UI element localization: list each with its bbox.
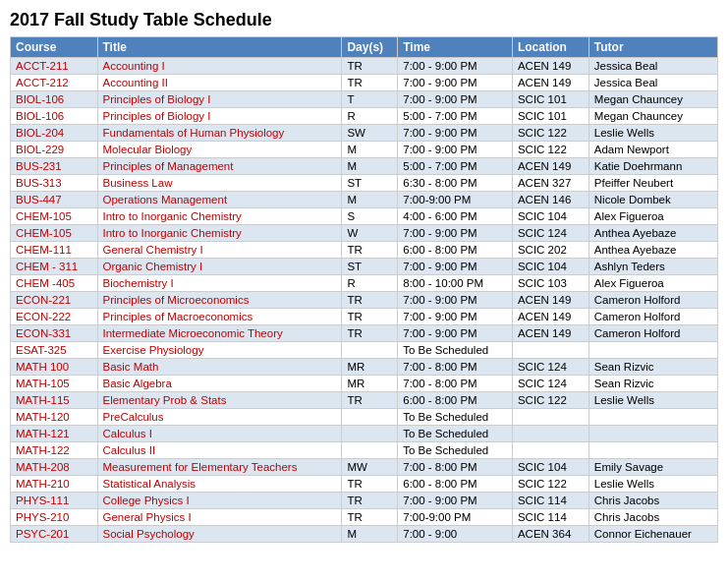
table-cell: Jessica Beal [588, 75, 717, 91]
table-cell [588, 342, 717, 359]
table-cell: BIOL-229 [11, 142, 98, 158]
table-row: BIOL-229Molecular BiologyM7:00 - 9:00 PM… [11, 142, 718, 158]
table-cell: 7:00 - 9:00 PM [398, 325, 513, 342]
table-cell: 7:00 - 9:00 PM [398, 125, 513, 142]
table-row: CHEM-111General Chemistry ITR6:00 - 8:00… [11, 242, 718, 259]
table-cell: Principles of Biology I [97, 91, 342, 108]
table-cell: ACEN 149 [512, 158, 588, 175]
table-row: MATH 100Basic MathMR7:00 - 8:00 PMSCIC 1… [11, 359, 718, 376]
table-cell: Sean Rizvic [588, 376, 717, 392]
table-cell: M [342, 142, 398, 158]
table-cell: MR [342, 376, 398, 392]
table-row: BUS-313Business LawST6:30 - 8:00 PMACEN … [11, 175, 718, 192]
table-cell: PHYS-111 [11, 493, 98, 509]
table-row: ECON-331Intermediate Microeconomic Theor… [11, 325, 718, 342]
table-cell: CHEM-105 [11, 208, 98, 225]
table-cell: R [342, 275, 398, 292]
table-cell: SCIC 122 [512, 392, 588, 409]
table-cell: Elementary Prob & Stats [97, 392, 342, 409]
table-cell [342, 342, 398, 359]
table-cell: 7:00 - 9:00 PM [398, 75, 513, 91]
table-cell: ACEN 364 [512, 526, 588, 543]
table-cell: ACCT-211 [11, 58, 98, 75]
column-header-time: Time [398, 37, 513, 58]
table-cell: To Be Scheduled [398, 442, 513, 459]
table-cell [512, 409, 588, 426]
table-row: BIOL-106Principles of Biology IT7:00 - 9… [11, 91, 718, 108]
table-cell: Intermediate Microeconomic Theory [97, 325, 342, 342]
table-cell: SCIC 114 [512, 509, 588, 526]
table-cell: MATH-115 [11, 392, 98, 409]
table-cell: Calculus II [97, 442, 342, 459]
table-cell: Business Law [97, 175, 342, 192]
table-row: BIOL-204Fundamentals of Human Physiology… [11, 125, 718, 142]
table-cell: SCIC 124 [512, 376, 588, 392]
table-cell: ECON-222 [11, 309, 98, 325]
table-cell: Statistical Analysis [97, 476, 342, 493]
table-row: CHEM -405Biochemistry IR8:00 - 10:00 PMS… [11, 275, 718, 292]
table-cell: ST [342, 259, 398, 275]
table-cell: 7:00 - 9:00 PM [398, 259, 513, 275]
table-cell: TR [342, 392, 398, 409]
table-cell: Basic Math [97, 359, 342, 376]
table-cell: ESAT-325 [11, 342, 98, 359]
table-cell: ACEN 149 [512, 58, 588, 75]
table-cell: 8:00 - 10:00 PM [398, 275, 513, 292]
table-cell: BIOL-106 [11, 91, 98, 108]
table-cell: SCIC 122 [512, 476, 588, 493]
table-cell: Sean Rizvic [588, 359, 717, 376]
table-row: MATH-115Elementary Prob & StatsTR6:00 - … [11, 392, 718, 409]
table-row: MATH-208Measurement for Elementary Teach… [11, 459, 718, 476]
table-cell: 7:00 - 9:00 PM [398, 91, 513, 108]
table-cell: 7:00 - 8:00 PM [398, 376, 513, 392]
table-cell: Alex Figueroa [588, 275, 717, 292]
table-row: MATH-122Calculus IITo Be Scheduled [11, 442, 718, 459]
table-cell: BUS-313 [11, 175, 98, 192]
table-cell: Fundamentals of Human Physiology [97, 125, 342, 142]
table-row: ECON-221Principles of MicroeconomicsTR7:… [11, 292, 718, 309]
table-cell: SCIC 104 [512, 459, 588, 476]
table-cell: 5:00 - 7:00 PM [398, 108, 513, 125]
table-cell: ACEN 149 [512, 309, 588, 325]
table-row: PHYS-210General Physics ITR7:00-9:00 PMS… [11, 509, 718, 526]
table-cell: Social Psychology [97, 526, 342, 543]
table-cell: Biochemistry I [97, 275, 342, 292]
table-cell [342, 409, 398, 426]
table-cell: Basic Algebra [97, 376, 342, 392]
table-cell: MATH-208 [11, 459, 98, 476]
table-row: BUS-231Principles of ManagementM5:00 - 7… [11, 158, 718, 175]
table-cell [512, 426, 588, 442]
table-cell: Measurement for Elementary Teachers [97, 459, 342, 476]
table-row: PHYS-111College Physics ITR7:00 - 9:00 P… [11, 493, 718, 509]
table-cell: Emily Savage [588, 459, 717, 476]
table-cell [512, 442, 588, 459]
table-cell: Connor Eichenauer [588, 526, 717, 543]
table-cell: BIOL-204 [11, 125, 98, 142]
table-cell: 4:00 - 6:00 PM [398, 208, 513, 225]
table-cell: TR [342, 242, 398, 259]
table-cell: ACEN 146 [512, 192, 588, 208]
table-row: CHEM - 311Organic Chemistry IST7:00 - 9:… [11, 259, 718, 275]
table-cell: 7:00 - 9:00 PM [398, 292, 513, 309]
table-cell: SCIC 122 [512, 142, 588, 158]
table-cell: TR [342, 493, 398, 509]
table-cell: M [342, 192, 398, 208]
table-cell: ACEN 149 [512, 292, 588, 309]
table-cell: Cameron Holford [588, 292, 717, 309]
table-cell: Intro to Inorganic Chemistry [97, 208, 342, 225]
table-cell: 7:00 - 9:00 PM [398, 58, 513, 75]
table-cell: 5:00 - 7:00 PM [398, 158, 513, 175]
table-cell: Megan Chauncey [588, 108, 717, 125]
table-cell: 7:00 - 8:00 PM [398, 459, 513, 476]
table-cell [588, 426, 717, 442]
table-cell: 7:00 - 9:00 PM [398, 225, 513, 242]
table-cell: M [342, 158, 398, 175]
table-cell: 6:00 - 8:00 PM [398, 476, 513, 493]
table-cell: Accounting I [97, 58, 342, 75]
table-row: ACCT-211Accounting ITR7:00 - 9:00 PMACEN… [11, 58, 718, 75]
table-cell: 7:00-9:00 PM [398, 509, 513, 526]
table-cell: 6:00 - 8:00 PM [398, 242, 513, 259]
table-cell: BUS-447 [11, 192, 98, 208]
table-cell: SCIC 122 [512, 125, 588, 142]
table-cell: MW [342, 459, 398, 476]
